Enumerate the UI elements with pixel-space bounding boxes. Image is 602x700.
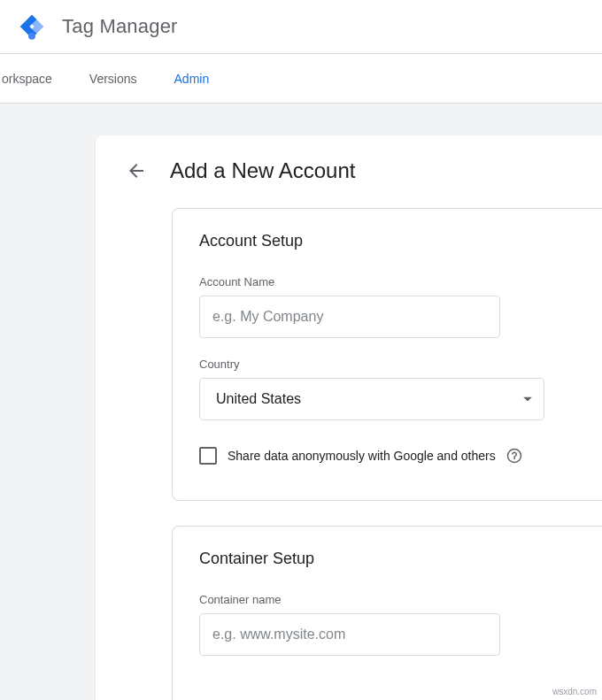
container-name-label: Container name — [199, 593, 575, 606]
share-data-row: Share data anonymously with Google and o… — [199, 447, 575, 465]
tag-manager-logo-icon — [18, 12, 46, 41]
country-select[interactable]: United States — [199, 378, 544, 420]
account-name-input[interactable] — [199, 296, 500, 338]
add-account-panel: Add a New Account Account Setup Account … — [96, 135, 602, 700]
account-setup-card: Account Setup Account Name Country Unite… — [172, 208, 602, 501]
container-setup-title: Container Setup — [199, 550, 575, 568]
help-icon[interactable] — [506, 448, 522, 464]
svg-point-0 — [28, 33, 35, 40]
country-value: United States — [216, 391, 301, 407]
back-arrow-icon[interactable] — [126, 160, 147, 181]
panel-header: Add a New Account — [126, 158, 602, 183]
svg-point-1 — [507, 450, 521, 463]
share-data-checkbox[interactable] — [199, 447, 217, 465]
content-area: Add a New Account Account Setup Account … — [0, 104, 602, 700]
container-name-input[interactable] — [199, 613, 500, 656]
account-name-label: Account Name — [199, 275, 575, 288]
panel-title: Add a New Account — [170, 158, 355, 183]
country-label: Country — [199, 358, 575, 371]
container-setup-card: Container Setup Container name — [172, 526, 602, 700]
tab-admin[interactable]: Admin — [173, 72, 212, 86]
account-setup-title: Account Setup — [199, 232, 575, 250]
app-header: Tag Manager — [0, 0, 602, 54]
nav-tabs: orkspace Versions Admin — [0, 54, 602, 104]
app-title: Tag Manager — [62, 15, 178, 38]
country-select-wrap: United States — [199, 378, 544, 420]
tab-workspace[interactable]: orkspace — [0, 72, 54, 86]
share-data-label: Share data anonymously with Google and o… — [228, 449, 496, 463]
tab-versions[interactable]: Versions — [88, 72, 139, 86]
watermark: wsxdn.com — [552, 687, 597, 696]
